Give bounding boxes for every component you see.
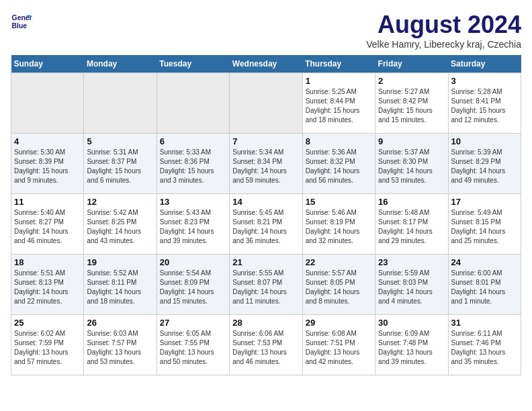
day-number: 1 (306, 76, 372, 86)
day-number: 5 (87, 136, 153, 146)
calendar-day-cell: 9Sunrise: 5:37 AMSunset: 8:30 PMDaylight… (375, 134, 448, 194)
logo-icon: General Blue (11, 11, 32, 32)
weekday-header-cell: Saturday (448, 55, 521, 73)
weekday-header-cell: Tuesday (157, 55, 229, 73)
calendar-day-cell: 22Sunrise: 5:57 AMSunset: 8:05 PMDayligh… (302, 255, 375, 315)
calendar-day-cell: 8Sunrise: 5:36 AMSunset: 8:32 PMDaylight… (302, 134, 375, 194)
day-info: Sunrise: 6:03 AMSunset: 7:57 PMDaylight:… (87, 329, 153, 367)
day-info: Sunrise: 6:00 AMSunset: 8:01 PMDaylight:… (451, 269, 518, 306)
calendar-week-row: 11Sunrise: 5:40 AMSunset: 8:27 PMDayligh… (11, 194, 521, 255)
page-header: General Blue August 2024 Velke Hamry, Li… (11, 11, 521, 50)
day-info: Sunrise: 5:33 AMSunset: 8:36 PMDaylight:… (160, 148, 226, 185)
day-info: Sunrise: 5:43 AMSunset: 8:23 PMDaylight:… (160, 208, 226, 246)
day-number: 4 (14, 136, 81, 146)
day-number: 13 (160, 197, 226, 207)
calendar-week-row: 4Sunrise: 5:30 AMSunset: 8:39 PMDaylight… (11, 134, 521, 194)
day-number: 16 (378, 197, 445, 207)
day-info: Sunrise: 5:52 AMSunset: 8:11 PMDaylight:… (87, 269, 153, 306)
calendar-day-cell: 29Sunrise: 6:08 AMSunset: 7:51 PMDayligh… (302, 315, 375, 375)
calendar-day-cell: 31Sunrise: 6:11 AMSunset: 7:46 PMDayligh… (448, 315, 521, 375)
weekday-header-cell: Sunday (11, 55, 84, 73)
svg-text:Blue: Blue (12, 22, 28, 30)
day-number: 10 (451, 136, 518, 146)
day-info: Sunrise: 6:09 AMSunset: 7:48 PMDaylight:… (378, 329, 445, 367)
calendar-day-cell: 26Sunrise: 6:03 AMSunset: 7:57 PMDayligh… (84, 315, 157, 375)
calendar-day-cell: 18Sunrise: 5:51 AMSunset: 8:13 PMDayligh… (11, 255, 84, 315)
day-number: 12 (87, 197, 153, 207)
day-number: 27 (160, 318, 226, 328)
day-info: Sunrise: 5:54 AMSunset: 8:09 PMDaylight:… (160, 269, 226, 306)
calendar-day-cell: 1Sunrise: 5:25 AMSunset: 8:44 PMDaylight… (302, 73, 375, 134)
day-info: Sunrise: 5:25 AMSunset: 8:44 PMDaylight:… (306, 87, 372, 125)
day-number: 29 (306, 318, 372, 328)
day-number: 30 (378, 318, 445, 328)
day-info: Sunrise: 5:36 AMSunset: 8:32 PMDaylight:… (306, 148, 372, 185)
weekday-header-cell: Thursday (302, 55, 375, 73)
page-subtitle: Velke Hamry, Liberecky kraj, Czechia (366, 39, 521, 50)
calendar-day-cell: 2Sunrise: 5:27 AMSunset: 8:42 PMDaylight… (375, 73, 448, 134)
day-info: Sunrise: 5:51 AMSunset: 8:13 PMDaylight:… (14, 269, 81, 306)
calendar-day-cell: 20Sunrise: 5:54 AMSunset: 8:09 PMDayligh… (157, 255, 229, 315)
calendar-table: SundayMondayTuesdayWednesdayThursdayFrid… (11, 55, 521, 375)
calendar-day-cell: 24Sunrise: 6:00 AMSunset: 8:01 PMDayligh… (448, 255, 521, 315)
day-info: Sunrise: 5:28 AMSunset: 8:41 PMDaylight:… (451, 87, 518, 125)
calendar-day-cell: 6Sunrise: 5:33 AMSunset: 8:36 PMDaylight… (157, 134, 229, 194)
calendar-day-cell: 21Sunrise: 5:55 AMSunset: 8:07 PMDayligh… (230, 255, 302, 315)
logo: General Blue (11, 11, 32, 32)
weekday-header-cell: Monday (84, 55, 157, 73)
day-number: 17 (451, 197, 518, 207)
day-info: Sunrise: 6:11 AMSunset: 7:46 PMDaylight:… (451, 329, 518, 367)
title-block: August 2024 Velke Hamry, Liberecky kraj,… (366, 11, 521, 50)
calendar-day-cell: 19Sunrise: 5:52 AMSunset: 8:11 PMDayligh… (84, 255, 157, 315)
day-number: 24 (451, 257, 518, 267)
weekday-header-row: SundayMondayTuesdayWednesdayThursdayFrid… (11, 55, 521, 73)
day-number: 21 (232, 257, 299, 267)
day-number: 26 (87, 318, 153, 328)
calendar-day-cell: 28Sunrise: 6:06 AMSunset: 7:53 PMDayligh… (230, 315, 302, 375)
day-number: 31 (451, 318, 518, 328)
calendar-week-row: 18Sunrise: 5:51 AMSunset: 8:13 PMDayligh… (11, 255, 521, 315)
day-info: Sunrise: 5:34 AMSunset: 8:34 PMDaylight:… (232, 148, 299, 185)
day-number: 15 (306, 197, 372, 207)
day-info: Sunrise: 6:02 AMSunset: 7:59 PMDaylight:… (14, 329, 81, 367)
calendar-body: 1Sunrise: 5:25 AMSunset: 8:44 PMDaylight… (11, 73, 521, 375)
calendar-day-cell (11, 73, 84, 134)
day-info: Sunrise: 5:46 AMSunset: 8:19 PMDaylight:… (306, 208, 372, 246)
day-number: 11 (14, 197, 81, 207)
day-number: 6 (160, 136, 226, 146)
weekday-header-cell: Friday (375, 55, 448, 73)
day-number: 20 (160, 257, 226, 267)
day-number: 9 (378, 136, 445, 146)
calendar-week-row: 1Sunrise: 5:25 AMSunset: 8:44 PMDaylight… (11, 73, 521, 134)
day-info: Sunrise: 5:42 AMSunset: 8:25 PMDaylight:… (87, 208, 153, 246)
calendar-day-cell: 5Sunrise: 5:31 AMSunset: 8:37 PMDaylight… (84, 134, 157, 194)
day-info: Sunrise: 6:06 AMSunset: 7:53 PMDaylight:… (232, 329, 299, 367)
calendar-day-cell (84, 73, 157, 134)
day-number: 2 (378, 76, 445, 86)
day-info: Sunrise: 5:39 AMSunset: 8:29 PMDaylight:… (451, 148, 518, 185)
day-info: Sunrise: 5:45 AMSunset: 8:21 PMDaylight:… (232, 208, 299, 246)
day-number: 22 (306, 257, 372, 267)
calendar-day-cell: 27Sunrise: 6:05 AMSunset: 7:55 PMDayligh… (157, 315, 229, 375)
day-info: Sunrise: 6:08 AMSunset: 7:51 PMDaylight:… (306, 329, 372, 367)
day-number: 28 (232, 318, 299, 328)
day-number: 14 (232, 197, 299, 207)
calendar-day-cell: 7Sunrise: 5:34 AMSunset: 8:34 PMDaylight… (230, 134, 302, 194)
day-number: 23 (378, 257, 445, 267)
calendar-week-row: 25Sunrise: 6:02 AMSunset: 7:59 PMDayligh… (11, 315, 521, 375)
day-info: Sunrise: 5:37 AMSunset: 8:30 PMDaylight:… (378, 148, 445, 185)
day-info: Sunrise: 5:30 AMSunset: 8:39 PMDaylight:… (14, 148, 81, 185)
calendar-day-cell (230, 73, 302, 134)
day-info: Sunrise: 5:27 AMSunset: 8:42 PMDaylight:… (378, 87, 445, 125)
calendar-day-cell: 16Sunrise: 5:48 AMSunset: 8:17 PMDayligh… (375, 194, 448, 255)
day-info: Sunrise: 6:05 AMSunset: 7:55 PMDaylight:… (160, 329, 226, 367)
calendar-day-cell: 4Sunrise: 5:30 AMSunset: 8:39 PMDaylight… (11, 134, 84, 194)
page-title: August 2024 (366, 11, 521, 39)
calendar-day-cell: 12Sunrise: 5:42 AMSunset: 8:25 PMDayligh… (84, 194, 157, 255)
day-info: Sunrise: 5:40 AMSunset: 8:27 PMDaylight:… (14, 208, 81, 246)
day-number: 18 (14, 257, 81, 267)
day-number: 8 (306, 136, 372, 146)
day-info: Sunrise: 5:49 AMSunset: 8:15 PMDaylight:… (451, 208, 518, 246)
calendar-day-cell: 3Sunrise: 5:28 AMSunset: 8:41 PMDaylight… (448, 73, 521, 134)
day-info: Sunrise: 5:59 AMSunset: 8:03 PMDaylight:… (378, 269, 445, 306)
